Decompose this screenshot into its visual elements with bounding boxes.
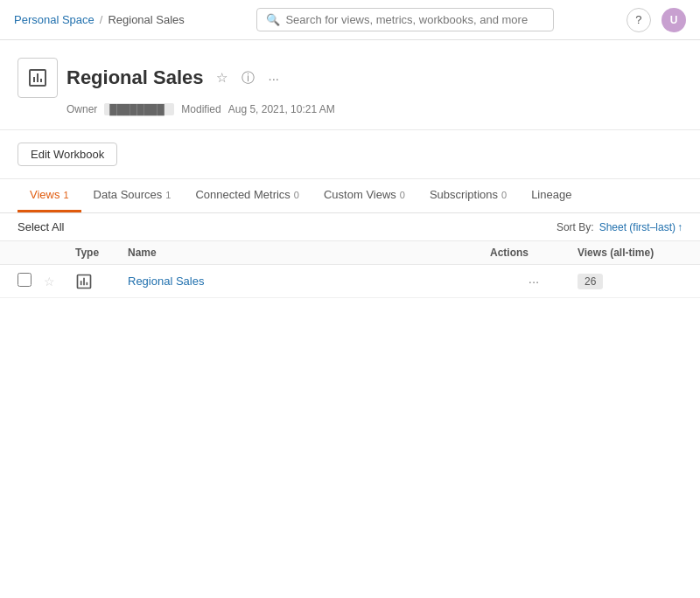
sort-value[interactable]: Sheet (first–last) ↑: [599, 221, 682, 233]
nav-right: ? U: [626, 8, 686, 32]
favorite-button[interactable]: ☆: [213, 68, 231, 87]
col-star-header: [44, 247, 75, 259]
breadcrumb-personal-space[interactable]: Personal Space: [14, 13, 94, 26]
sort-arrow-icon: ↑: [677, 221, 682, 233]
tab-data-sources-label: Data Sources: [94, 188, 163, 201]
breadcrumb-current: Regional Sales: [108, 13, 184, 26]
sheet-icon: [75, 273, 93, 290]
tab-subscriptions-label: Subscriptions: [430, 188, 498, 201]
top-navigation: Personal Space / Regional Sales 🔍 ? U: [0, 0, 700, 40]
search-bar[interactable]: 🔍: [256, 8, 554, 31]
workbook-meta: Owner ████████ Modified Aug 5, 2021, 10:…: [66, 103, 682, 115]
sort-by-label: Sort By:: [556, 221, 594, 233]
row-actions-cell[interactable]: ···: [490, 272, 578, 290]
tab-data-sources[interactable]: Data Sources 1: [81, 179, 184, 212]
tab-connected-metrics[interactable]: Connected Metrics 0: [183, 179, 312, 212]
col-checkbox-header: [18, 247, 44, 259]
col-name-header: Name: [128, 247, 490, 259]
col-views-header: Views (all-time): [578, 247, 682, 259]
table-row: ☆ Regional Sales ··· 26: [0, 265, 700, 298]
tab-views-label: Views: [30, 188, 60, 201]
tab-custom-views-count: 0: [400, 190, 405, 200]
workbook-header: Regional Sales ☆ ⓘ ··· Owner ████████ Mo…: [0, 40, 700, 130]
tab-subscriptions[interactable]: Subscriptions 0: [417, 179, 519, 212]
tabs-bar: Views 1 Data Sources 1 Connected Metrics…: [0, 179, 700, 213]
col-actions-header: Actions: [490, 247, 578, 259]
title-actions: ☆ ⓘ ···: [213, 68, 284, 88]
owner-label: Owner: [66, 103, 97, 115]
row-views-count: 26: [578, 274, 603, 289]
info-button[interactable]: ⓘ: [238, 68, 258, 88]
tab-custom-views[interactable]: Custom Views 0: [312, 179, 417, 212]
tab-connected-metrics-count: 0: [294, 190, 299, 200]
search-input[interactable]: [285, 13, 544, 26]
sort-by: Sort By: Sheet (first–last) ↑: [556, 221, 682, 233]
avatar[interactable]: U: [662, 8, 686, 32]
row-name-cell[interactable]: Regional Sales: [128, 275, 490, 288]
row-checkbox[interactable]: [18, 273, 32, 287]
edit-workbook-button[interactable]: Edit Workbook: [18, 143, 117, 166]
search-icon: 🔍: [266, 13, 280, 26]
row-star-cell[interactable]: ☆: [44, 275, 75, 289]
breadcrumb: Personal Space / Regional Sales: [14, 13, 185, 26]
tab-lineage-label: Lineage: [531, 188, 571, 201]
tab-subscriptions-count: 0: [501, 190, 507, 200]
row-checkbox-cell[interactable]: [18, 273, 44, 289]
row-more-actions-button[interactable]: ···: [523, 272, 545, 290]
help-button[interactable]: ?: [626, 8, 651, 32]
edit-section: Edit Workbook: [0, 130, 700, 179]
row-favorite-icon[interactable]: ☆: [44, 275, 55, 289]
modified-date: Aug 5, 2021, 10:21 AM: [228, 103, 335, 115]
workbook-title: Regional Sales: [66, 66, 204, 89]
breadcrumb-separator: /: [100, 13, 103, 26]
row-name-link[interactable]: Regional Sales: [128, 275, 204, 288]
tab-custom-views-label: Custom Views: [324, 188, 396, 201]
tab-data-sources-count: 1: [165, 190, 171, 200]
sort-value-text: Sheet (first–last): [599, 221, 676, 233]
tab-views-count: 1: [63, 190, 68, 200]
tab-connected-metrics-label: Connected Metrics: [195, 188, 290, 201]
tab-lineage[interactable]: Lineage: [519, 179, 584, 212]
workbook-title-row: Regional Sales ☆ ⓘ ···: [18, 58, 682, 98]
select-all-button[interactable]: Select All: [18, 220, 64, 233]
col-type-header: Type: [75, 247, 128, 259]
table-header: Type Name Actions Views (all-time): [0, 241, 700, 265]
more-options-button[interactable]: ···: [265, 69, 284, 87]
tab-views[interactable]: Views 1: [18, 179, 81, 212]
owner-value: ████████: [104, 103, 174, 115]
row-type-cell: [75, 273, 128, 290]
modified-label: Modified: [181, 103, 220, 115]
table-toolbar: Select All Sort By: Sheet (first–last) ↑: [0, 213, 700, 241]
row-views-cell: 26: [578, 275, 682, 288]
workbook-icon: [18, 58, 58, 98]
